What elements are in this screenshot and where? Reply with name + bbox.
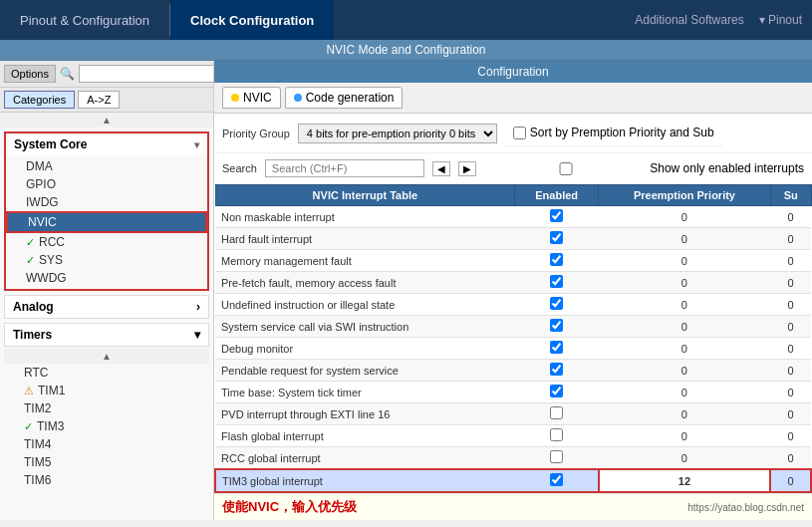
interrupt-preemption: 0 [599,447,771,470]
az-tab[interactable]: A->Z [78,91,120,109]
enabled-checkbox[interactable] [550,297,563,310]
timers-items: ▲ RTC ⚠ TIM1 TIM2 ✓ TIM3 [4,347,209,491]
sort-by-label: Sort by Premption Priority and Sub [530,126,714,139]
interrupt-enabled[interactable] [515,316,599,338]
table-header-enabled: Enabled [515,185,599,206]
sidebar-item-dma[interactable]: DMA [6,157,207,175]
interrupt-name: Undefined instruction or illegal state [215,294,515,316]
interrupt-name: Pre-fetch fault, memory access fault [215,272,515,294]
interrupt-enabled[interactable] [515,250,599,272]
enabled-checkbox[interactable] [550,231,563,244]
enabled-checkbox[interactable] [550,428,563,441]
timers-scroll-up[interactable]: ▲ [4,349,209,364]
interrupt-table: NVIC Interrupt Table Enabled Preemption … [214,184,812,493]
code-gen-dot [294,94,302,102]
search-next-btn[interactable]: ▶ [458,161,476,176]
rcc-check-icon: ✓ [26,236,35,249]
enabled-checkbox[interactable] [550,450,563,463]
search-input[interactable] [265,159,424,177]
nvic-label: NVIC [28,215,57,229]
analog-chevron: › [196,300,200,314]
tim5-label: TIM5 [24,455,51,469]
interrupt-enabled[interactable] [515,425,599,447]
sidebar-item-wwdg[interactable]: WWDG [6,269,207,287]
sys-label: SYS [39,253,63,267]
table-row: Debug monitor00 [215,338,811,360]
interrupt-enabled[interactable] [515,294,599,316]
table-row: Undefined instruction or illegal state00 [215,294,811,316]
code-gen-tab[interactable]: Code generation [285,87,404,109]
scroll-up-btn[interactable]: ▲ [0,113,213,128]
search-prev-btn[interactable]: ◀ [432,161,450,176]
enabled-checkbox[interactable] [550,341,563,354]
sidebar-item-nvic[interactable]: NVIC [6,211,207,233]
interrupt-sub: 0 [770,469,811,492]
config-subtitle: Configuration [214,61,812,83]
interrupt-name: System service call via SWI instruction [215,316,515,338]
table-header-sub: Su [770,185,811,206]
sidebar-item-tim6[interactable]: TIM6 [4,471,209,489]
interrupt-sub: 0 [770,338,811,360]
interrupt-name: PVD interrupt through EXTI line 16 [215,403,515,425]
tim1-warn-icon: ⚠ [24,385,34,397]
sidebar-item-rtc[interactable]: RTC [4,364,209,382]
timers-header[interactable]: Timers ▾ [4,323,209,347]
interrupt-enabled[interactable] [515,360,599,382]
interrupt-enabled[interactable] [515,206,599,228]
system-core-section: System Core ▾ DMA GPIO IWDG NVIC [4,132,209,291]
system-core-items: DMA GPIO IWDG NVIC ✓ RCC [6,155,207,289]
interrupt-enabled[interactable] [515,382,599,403]
sort-by-checkbox[interactable] [513,127,526,139]
system-core-header[interactable]: System Core ▾ [6,133,207,155]
enabled-checkbox[interactable] [550,253,563,266]
sidebar-item-tim5[interactable]: TIM5 [4,453,209,471]
enabled-checkbox[interactable] [550,275,563,288]
enabled-checkbox[interactable] [550,473,563,486]
sidebar-item-tim4[interactable]: TIM4 [4,435,209,453]
enabled-checkbox[interactable] [550,363,563,376]
rtc-label: RTC [24,366,48,380]
interrupt-sub: 0 [770,447,811,470]
pinout-config-tab[interactable]: Pinout & Configuration [0,0,169,40]
sidebar-toolbar: Options 🔍 [0,61,213,88]
interrupt-enabled[interactable] [515,338,599,360]
tim4-label: TIM4 [24,437,51,451]
enabled-checkbox[interactable] [550,209,563,222]
tim2-label: TIM2 [24,401,51,415]
enabled-checkbox[interactable] [550,385,563,397]
analog-header[interactable]: Analog › [4,295,209,319]
show-enabled-label: Show only enabled interrupts [650,161,804,175]
sidebar-item-iwdg[interactable]: IWDG [6,193,207,211]
interrupt-enabled[interactable] [515,272,599,294]
sidebar: Options 🔍 Categories A->Z ▲ System Core … [0,61,214,520]
priority-group-select[interactable]: 4 bits for pre-emption priority 0 bits f… [298,124,497,143]
sidebar-item-tim2[interactable]: TIM2 [4,399,209,417]
interrupt-preemption: 0 [599,250,771,272]
enabled-checkbox[interactable] [550,319,563,332]
interrupt-name: Debug monitor [215,338,515,360]
sidebar-item-tim3[interactable]: ✓ TIM3 [4,417,209,435]
options-button[interactable]: Options [4,65,56,83]
additional-softwares-tab[interactable]: Additional Softwares [635,13,743,27]
enabled-checkbox[interactable] [550,406,563,419]
show-enabled-checkbox[interactable] [486,162,646,175]
timers-chevron: ▾ [194,328,200,342]
sidebar-item-gpio[interactable]: GPIO [6,175,207,193]
nvic-tab[interactable]: NVIC [222,87,281,109]
sidebar-item-sys[interactable]: ✓ SYS [6,251,207,269]
interrupt-enabled[interactable] [515,447,599,470]
table-row: Pendable request for system service00 [215,360,811,382]
pinout-tab[interactable]: ▾ Pinout [759,13,802,27]
nvic-dot [231,94,239,102]
categories-tab[interactable]: Categories [4,91,75,109]
sidebar-search-input[interactable] [79,65,214,83]
sidebar-item-rcc[interactable]: ✓ RCC [6,233,207,251]
main-layout: Options 🔍 Categories A->Z ▲ System Core … [0,61,812,520]
iwdg-label: IWDG [26,195,59,209]
sidebar-item-tim1[interactable]: ⚠ TIM1 [4,382,209,399]
interrupt-enabled[interactable] [515,403,599,425]
interrupt-enabled[interactable] [515,469,599,492]
interrupt-enabled[interactable] [515,228,599,250]
annotation-text: 使能NVIC，输入优先级 [222,498,357,516]
clock-config-tab[interactable]: Clock Configuration [170,0,334,40]
